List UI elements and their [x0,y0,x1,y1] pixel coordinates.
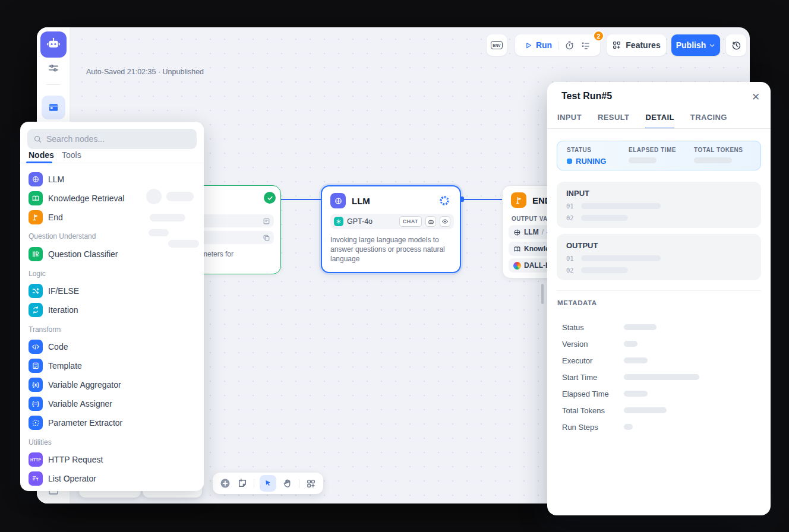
metadata-row: Total Tokens [562,406,758,415]
node-item-code[interactable]: Code [20,337,204,356]
llm-node-description: Invoking large language models to answer… [330,235,455,264]
magnifier-icon [33,135,42,144]
loading-spinner-icon [440,196,449,205]
status-card: STATUS RUNING ELAPSED TIME TOTAL TOKENS [557,141,761,170]
active-tab-underline [26,162,52,163]
metadata-row: Elapsed Time [562,389,758,398]
run-group: Run [515,34,600,56]
tabs-divider [547,128,771,129]
node-item-list-operator[interactable]: List Operator [20,469,204,488]
parameter-extractor-icon [29,416,43,430]
history-button[interactable] [726,34,746,56]
metadata-divider [557,290,761,291]
cursor-icon [264,479,273,488]
code-icon [29,340,43,354]
node-item-variable-aggregator[interactable]: {x} Variable Aggregator [20,375,204,394]
tab-input[interactable]: INPUT [557,113,582,129]
metadata-row: Status [562,322,758,332]
status-label: STATUS [567,147,592,153]
env-icon: ENV [491,41,502,49]
copy-icon [263,234,270,242]
stopwatch-icon[interactable] [564,40,575,50]
chat-mode-badge: CHAT [399,216,422,227]
question-classifier-icon [29,247,43,261]
node-item-variable-assigner[interactable]: {=} Variable Assigner [20,394,204,413]
publish-button[interactable]: Publish [671,34,720,56]
form-icon [263,217,270,225]
http-request-icon: HTTP [29,452,43,467]
workflow-panel-icon[interactable] [42,96,65,119]
add-note-icon[interactable] [236,477,248,489]
knowledge-retrieval-icon [29,191,43,205]
cursor-tool-selected[interactable] [260,475,276,492]
features-button[interactable]: Features [607,34,666,56]
node-item-llm[interactable]: LLM [20,170,204,189]
llm-model-row[interactable]: GPT-4o CHAT [330,214,454,229]
node-item-question-classifier[interactable]: Question Classifier [20,245,204,264]
node-item-knowledge-retrieval[interactable]: Knowledge Retrieval [20,189,204,208]
play-icon [525,42,532,49]
canvas-toolbar [213,473,323,494]
llm-node[interactable]: LLM GPT-4o CHAT Invoking large language … [321,185,461,273]
variable-aggregator-icon: {x} [29,378,43,392]
organize-nodes-icon[interactable] [305,477,317,489]
metadata-row: Version [562,339,758,349]
run-button[interactable]: Run [525,40,552,50]
tab-tools[interactable]: Tools [62,150,81,160]
edge-llm-to-end [463,199,502,200]
tab-result[interactable]: RESULT [598,113,629,129]
output-line: 02 [566,267,752,274]
vision-robot-icon [425,216,436,227]
node-item-http-request[interactable]: HTTP HTTP Request [20,450,204,469]
tab-tracing[interactable]: TRACING [690,113,727,129]
if-else-icon [29,284,43,298]
book-mini-icon [513,245,521,253]
tab-nodes[interactable]: Nodes [29,150,54,160]
section-header: Logic [29,270,46,278]
metadata-row: Run Steps [562,422,758,432]
rail-divider [46,84,61,85]
running-dot-icon [567,159,572,164]
sliders-icon[interactable] [47,62,60,75]
section-header: Utilities [29,438,52,446]
canvas-scrollbar[interactable] [541,284,544,304]
tab-detail[interactable]: DETAIL [645,113,674,129]
node-item-if-else[interactable]: IF/ELSE [20,281,204,300]
total-tokens-label: TOTAL TOKENS [694,147,743,153]
input-card: INPUT 01 02 [557,182,761,228]
node-item-parameter-extractor[interactable]: Parameter Extractor [20,413,204,432]
openai-icon [334,217,343,226]
metadata-row: Executor [562,356,758,365]
close-icon[interactable]: ✕ [750,91,762,103]
iteration-icon [29,303,43,317]
tokens-placeholder [694,157,732,163]
node-item-template[interactable]: Template [20,356,204,375]
dalle-icon [513,262,521,270]
plus-circle-icon[interactable] [219,477,231,489]
hand-tool-icon[interactable] [282,477,293,489]
llm-icon [29,172,43,186]
section-header: Question Understand [29,232,96,240]
app-robot-icon[interactable] [40,31,67,58]
output-card: OUTPUT 01 02 [557,234,761,280]
model-name: GPT-4o [347,217,373,226]
input-title: INPUT [566,189,752,198]
elapsed-placeholder [629,157,657,163]
input-line: 02 [566,214,752,221]
eye-icon [440,216,450,227]
node-item-iteration[interactable]: Iteration [20,300,204,319]
history-icon [731,40,741,50]
llm-mini-icon [513,229,521,236]
notification-badge: 2 [593,30,604,42]
node-item-end[interactable]: End [20,208,204,227]
run-panel-title: Test Run#5 [561,91,612,102]
status-value: RUNING [567,157,606,166]
env-button[interactable]: ENV [487,34,507,56]
search-input[interactable] [46,134,183,144]
output-line: 01 [566,255,752,262]
autosave-status: Auto-Saved 21:02:35 · Unpublished [86,68,204,76]
features-grid-icon [612,40,621,50]
checklist-icon[interactable] [580,40,591,50]
test-run-panel: Test Run#5 INPUT RESULT DETAIL TRACING S… [547,82,771,515]
template-icon [29,359,43,373]
